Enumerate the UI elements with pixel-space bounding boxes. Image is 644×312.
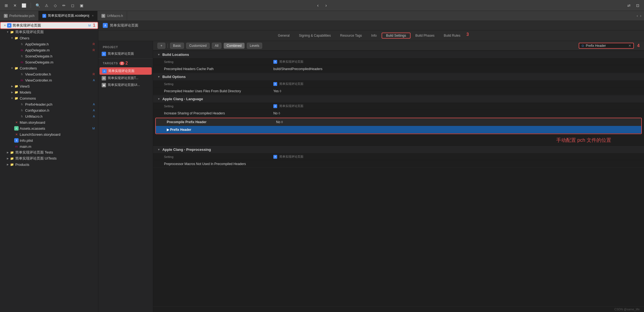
tree-file-main-storyboard[interactable]: ▶ ✕ Main.storyboard [0, 119, 98, 125]
section-build-options[interactable]: ▼ Build Options [153, 73, 644, 81]
warning-icon[interactable]: ⚠ [43, 2, 49, 8]
tree-folder-controllers[interactable]: ▼ 📁 Controllers [0, 65, 98, 71]
tree-label: UrlMacro.h [25, 114, 43, 119]
tab-build-phases[interactable]: Build Phases [411, 33, 439, 39]
panel-target-uitests[interactable]: ▣ 简单实现评论页面UI... [98, 82, 153, 88]
red-annotation-container: 手动配置 pch 文件的位置 [153, 135, 644, 146]
sidebar-icon[interactable]: ▣ [78, 2, 84, 8]
tree-file-prefixheader[interactable]: ▶ h PrefixHeader.pch A [0, 101, 98, 107]
tree-arrow-icon: ▶ [10, 85, 14, 88]
m-file-icon: m [20, 48, 24, 52]
tab-resource-tags[interactable]: Resource Tags [336, 33, 366, 39]
section-apple-clang-preprocessing[interactable]: ▼ Apple Clang - Preprocessing [153, 146, 644, 154]
tabbar: h PrefixHeader.pch A 简单实现评论页面.xcodeproj … [0, 11, 644, 21]
tree-file-assets[interactable]: ▶ A Assets.xcassets M [0, 125, 98, 131]
tree-folder-products[interactable]: ▶ 📁 Products [0, 161, 98, 167]
levels-button[interactable]: Levels [247, 43, 262, 49]
tree-file-viewcontroller-m[interactable]: ▶ m ViewController.m A [0, 77, 98, 83]
tabbar-spacer [127, 11, 634, 21]
search-icon[interactable]: 🔍 [35, 2, 41, 8]
tree-file-appdelegate-h[interactable]: ▶ h AppDelegate.h R [0, 41, 98, 47]
file-tree-content: ▼ A 简单实现评论页面 M 1 ▼ 📁 简单实现评论页面 ▼ 📁 Ohers [0, 21, 98, 312]
tree-file-urlmacro-h[interactable]: ▶ h UrlMacro.h A [0, 113, 98, 119]
setting-row-precompiled-dir[interactable]: Precompiled Header Uses Files From Build… [153, 87, 644, 95]
tab-urlmacro[interactable]: h UrlMacro.h [98, 11, 127, 21]
target-tests-icon: ⚙ [102, 76, 106, 80]
tree-folder-tests[interactable]: ▶ 📁 简单实现评论页面 Tests [0, 149, 98, 155]
tree-label: ViewController.h [25, 72, 51, 76]
diamond-icon[interactable]: ◇ [52, 2, 58, 8]
col-header-language: Setting A 简单实现评论页面 [153, 103, 644, 109]
all-button[interactable]: All [212, 43, 221, 49]
search-input[interactable] [586, 44, 627, 48]
tree-label: AppDelegate.h [25, 42, 49, 46]
panel-target-main[interactable]: A 简单实现评论页面 [99, 67, 152, 75]
toolbar-sep [168, 44, 168, 48]
nav-forward-icon[interactable]: › [323, 2, 329, 8]
section-build-locations[interactable]: ▼ Build Locations [153, 51, 644, 59]
search-clear-icon[interactable]: ✕ [628, 44, 631, 48]
layers-icon[interactable]: ⬜ [21, 2, 27, 8]
setting-row-precompile-prefix[interactable]: Precompile Prefix Header No ◊ [156, 118, 641, 126]
tree-folder-views[interactable]: ▶ 📁 ViewS [0, 83, 98, 89]
tree-label: Info.plist [20, 138, 33, 143]
nav-back-icon[interactable]: ‹ [315, 2, 321, 8]
tab-close-icon[interactable]: × [92, 14, 93, 17]
plist-icon: ℹ [14, 138, 19, 143]
tree-arrow-icon: ▶ [5, 163, 10, 166]
tab-prefixheader[interactable]: h PrefixHeader.pch [0, 11, 39, 21]
split-icon[interactable]: ⇄ [626, 2, 632, 8]
fullscreen-icon[interactable]: ⊡ [635, 2, 641, 8]
combined-button[interactable]: Combined [224, 43, 245, 49]
section-arrow-icon: ▼ [157, 53, 160, 56]
col-header-locations: Setting A 简单实现评论页面 [153, 59, 644, 65]
tree-file-info-plist[interactable]: ▶ ℹ Info.plist [0, 137, 98, 143]
nav-right-icon[interactable]: › [640, 14, 641, 18]
annotation-2: 2 [125, 61, 128, 66]
folder-icon: 📁 [10, 30, 14, 34]
tree-file-viewcontroller-h[interactable]: ▶ h ViewController.h R [0, 71, 98, 77]
tab-build-rules[interactable]: Build Rules [440, 33, 465, 39]
tab-info[interactable]: Info [367, 33, 381, 39]
close-icon[interactable]: ✕ [12, 2, 18, 8]
tree-label: ViewS [20, 84, 30, 88]
tree-group-main[interactable]: ▼ 📁 简单实现评论页面 [0, 29, 98, 35]
grid-icon[interactable]: ⊞ [3, 2, 9, 8]
tree-file-appdelegate-m[interactable]: ▶ m AppDelegate.m R [0, 47, 98, 53]
tree-file-main-m[interactable]: ▶ m main.m [0, 143, 98, 149]
tag-icon[interactable]: ◻ [70, 2, 76, 8]
tree-folder-uitests[interactable]: ▶ 📁 简单实现评论页面 UITests [0, 155, 98, 161]
section-apple-clang-language[interactable]: ▼ Apple Clang - Language [153, 95, 644, 103]
panel-target-tests[interactable]: ⚙ 简单实现评论页面T... [98, 75, 153, 82]
annotation-3: 3 [466, 32, 469, 37]
setting-row-increase-sharing[interactable]: Increase Sharing of Precompiled Headers … [153, 109, 644, 117]
tab-signing[interactable]: Signing & Capabilities [295, 33, 335, 39]
basic-button[interactable]: Basic [170, 43, 184, 49]
tree-file-scenedelegate-h[interactable]: ▶ h SceneDelegate.h [0, 53, 98, 59]
storyboard-icon: ✕ [14, 132, 19, 137]
customized-button[interactable]: Customized [186, 43, 209, 49]
panel-project-item[interactable]: A 简单实现评论页面 [98, 50, 153, 57]
add-setting-button[interactable]: + [157, 43, 165, 49]
tree-root[interactable]: ▼ A 简单实现评论页面 M 1 [0, 22, 98, 29]
tree-folder-models[interactable]: ▶ 📁 Models [0, 89, 98, 95]
tree-file-scenedelegate-m[interactable]: ▶ m SceneDelegate.m [0, 59, 98, 65]
tree-file-launchscreen[interactable]: ▶ ✕ LaunchScreen.storyboard [0, 131, 98, 137]
setting-row-precompiled-cache[interactable]: Precompiled Headers Cache Path build/Sha… [153, 65, 644, 73]
nav-left-icon[interactable]: ‹ [637, 14, 638, 18]
brush-icon[interactable]: ✏ [61, 2, 67, 8]
tab-build-settings[interactable]: Build Settings [382, 33, 410, 39]
setting-row-preprocessor-macros[interactable]: Preprocessor Macros Not Used In Precompi… [153, 160, 644, 168]
tabbar-actions: ‹ › [634, 11, 644, 21]
tab-xcodeproj[interactable]: A 简单实现评论页面.xcodeproj × [39, 11, 98, 21]
folder-icon: 📁 [10, 150, 14, 155]
tree-label: Commons [20, 96, 36, 100]
tree-file-configuration-h[interactable]: ▶ h Configuration.h A [0, 107, 98, 113]
setting-row-prefix-header[interactable]: ▶ Prefix Header [156, 126, 641, 134]
tree-folder-ohers[interactable]: ▼ 📁 Ohers [0, 35, 98, 41]
build-toolbar: + Basic Customized All Combined Levels ⊙… [153, 41, 644, 51]
tab-general[interactable]: General [274, 33, 294, 39]
file-badge: A [93, 109, 96, 112]
m-file-icon: m [14, 144, 19, 149]
tree-folder-commons[interactable]: ▼ 📁 Commons [0, 95, 98, 101]
